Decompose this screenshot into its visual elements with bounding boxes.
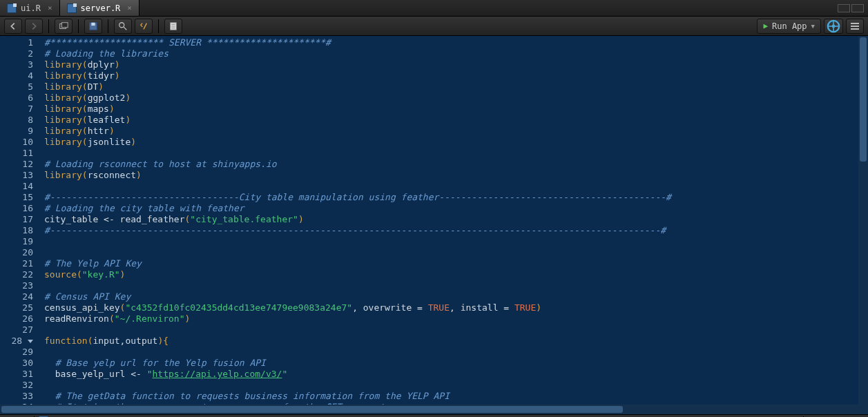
code-line[interactable] bbox=[44, 181, 868, 192]
code-line[interactable]: # Base yelp url for the Yelp fusion API bbox=[44, 358, 868, 369]
line-number: 16 bbox=[0, 203, 33, 214]
code-line[interactable]: #---------------------------------------… bbox=[44, 225, 868, 236]
window-controls bbox=[838, 0, 868, 16]
code-line[interactable]: census_api_key("c4352fd10fc02435dd4cd13e… bbox=[44, 302, 868, 313]
code-line[interactable]: # The Yelp API Key bbox=[44, 258, 868, 269]
svg-line-5 bbox=[124, 26, 126, 29]
line-number: 29 bbox=[0, 347, 33, 358]
code-line[interactable] bbox=[44, 280, 868, 291]
tab-bar: ui.R × server.R × bbox=[0, 0, 868, 17]
code-line[interactable] bbox=[44, 148, 868, 159]
close-icon[interactable]: × bbox=[48, 3, 52, 12]
scrollbar-thumb[interactable] bbox=[1, 406, 623, 413]
show-in-new-window-button[interactable] bbox=[55, 19, 73, 34]
tab-label: server.R bbox=[81, 3, 121, 13]
code-line[interactable]: base_yelp_url <- "https://api.yelp.com/v… bbox=[44, 369, 868, 380]
line-number: 25 bbox=[0, 302, 33, 313]
line-number: 32 bbox=[0, 380, 33, 391]
code-line[interactable]: city_table <- read_feather("city_table.f… bbox=[44, 214, 868, 225]
run-app-button[interactable]: ▶ Run App ▼ bbox=[757, 19, 821, 34]
compile-report-button[interactable] bbox=[164, 19, 182, 34]
line-number: 1 bbox=[0, 37, 33, 48]
code-line[interactable]: library(maps) bbox=[44, 104, 868, 115]
line-number: 21 bbox=[0, 258, 33, 269]
code-line[interactable]: #-----------------------------------City… bbox=[44, 192, 868, 203]
code-editor[interactable]: 1234567891011121314151617181920212223242… bbox=[0, 36, 868, 405]
code-line[interactable]: source("key.R") bbox=[44, 269, 868, 280]
code-line[interactable]: library(tidyr) bbox=[44, 70, 868, 81]
run-app-label: Run App bbox=[772, 21, 807, 31]
line-number-gutter: 1234567891011121314151617181920212223242… bbox=[0, 36, 39, 405]
line-number: 2 bbox=[0, 48, 33, 59]
chevron-down-icon: ▼ bbox=[811, 23, 815, 30]
code-line[interactable]: #********************* SERVER **********… bbox=[44, 37, 868, 48]
code-line[interactable]: # Loading rsconnect to host at shinyapps… bbox=[44, 159, 868, 170]
code-line[interactable]: library(ggplot2) bbox=[44, 93, 868, 104]
r-file-icon bbox=[7, 3, 17, 13]
line-number: 9 bbox=[0, 126, 33, 137]
separator bbox=[48, 19, 49, 33]
scrollbar-thumb[interactable] bbox=[860, 37, 867, 162]
code-line[interactable] bbox=[44, 247, 868, 258]
code-line[interactable] bbox=[44, 347, 868, 358]
line-number: 27 bbox=[0, 324, 33, 336]
line-number: 15 bbox=[0, 192, 33, 203]
forward-button[interactable] bbox=[25, 19, 43, 34]
code-area[interactable]: #********************* SERVER **********… bbox=[39, 36, 868, 405]
code-line[interactable]: library(leaflet) bbox=[44, 115, 868, 126]
code-line[interactable]: library(dplyr) bbox=[44, 59, 868, 70]
line-number: 6 bbox=[0, 93, 33, 104]
code-line[interactable]: # The getData function to requests busin… bbox=[44, 391, 868, 402]
tab-label: ui.R bbox=[21, 3, 41, 13]
outline-button[interactable] bbox=[846, 19, 864, 34]
minimize-button[interactable] bbox=[838, 4, 850, 12]
line-number: 24 bbox=[0, 291, 33, 302]
line-number: 17 bbox=[0, 214, 33, 225]
back-button[interactable] bbox=[4, 19, 22, 34]
vertical-scrollbar[interactable] bbox=[858, 36, 868, 405]
code-line[interactable]: function(input,output){ bbox=[44, 336, 868, 347]
svg-rect-3 bbox=[91, 22, 95, 25]
line-number: 3 bbox=[0, 59, 33, 70]
line-number: 8 bbox=[0, 115, 33, 126]
line-number: 19 bbox=[0, 236, 33, 247]
play-icon: ▶ bbox=[763, 21, 768, 30]
code-line[interactable]: readRenviron("~/.Renviron") bbox=[44, 313, 868, 324]
tab-server-r[interactable]: server.R × bbox=[60, 0, 139, 16]
line-number: 28 bbox=[0, 336, 33, 347]
code-line[interactable]: library(jsonlite) bbox=[44, 137, 868, 148]
code-line[interactable]: # Loading the city table with feather bbox=[44, 203, 868, 214]
code-tools-button[interactable] bbox=[135, 19, 153, 34]
svg-point-4 bbox=[119, 22, 124, 27]
close-icon[interactable]: × bbox=[127, 3, 132, 12]
line-number: 4 bbox=[0, 70, 33, 81]
svg-rect-1 bbox=[61, 22, 68, 27]
line-number: 7 bbox=[0, 104, 33, 115]
line-number: 10 bbox=[0, 137, 33, 148]
tab-ui-r[interactable]: ui.R × bbox=[0, 0, 60, 16]
code-line[interactable]: # Loading the libraries bbox=[44, 48, 868, 59]
line-number: 14 bbox=[0, 181, 33, 192]
code-line[interactable]: # Census API Key bbox=[44, 291, 868, 302]
code-line[interactable] bbox=[44, 380, 868, 391]
code-line[interactable]: library(rsconnect) bbox=[44, 170, 868, 181]
maximize-button[interactable] bbox=[851, 4, 864, 12]
line-number: 23 bbox=[0, 280, 33, 291]
line-number: 5 bbox=[0, 81, 33, 93]
publish-button[interactable] bbox=[824, 19, 843, 34]
separator bbox=[108, 19, 108, 33]
line-number: 13 bbox=[0, 170, 33, 181]
find-button[interactable] bbox=[114, 19, 132, 34]
code-line[interactable]: library(httr) bbox=[44, 126, 868, 137]
code-line[interactable] bbox=[44, 236, 868, 247]
line-number: 33 bbox=[0, 391, 33, 402]
save-button[interactable] bbox=[84, 19, 102, 34]
horizontal-scrollbar[interactable] bbox=[0, 405, 868, 414]
separator bbox=[78, 19, 79, 33]
separator bbox=[158, 19, 159, 33]
editor-toolbar: ▶ Run App ▼ bbox=[0, 17, 868, 36]
code-line[interactable] bbox=[44, 324, 868, 336]
code-line[interactable]: library(DT) bbox=[44, 81, 868, 93]
r-file-icon bbox=[67, 3, 77, 13]
line-number: 20 bbox=[0, 247, 33, 258]
